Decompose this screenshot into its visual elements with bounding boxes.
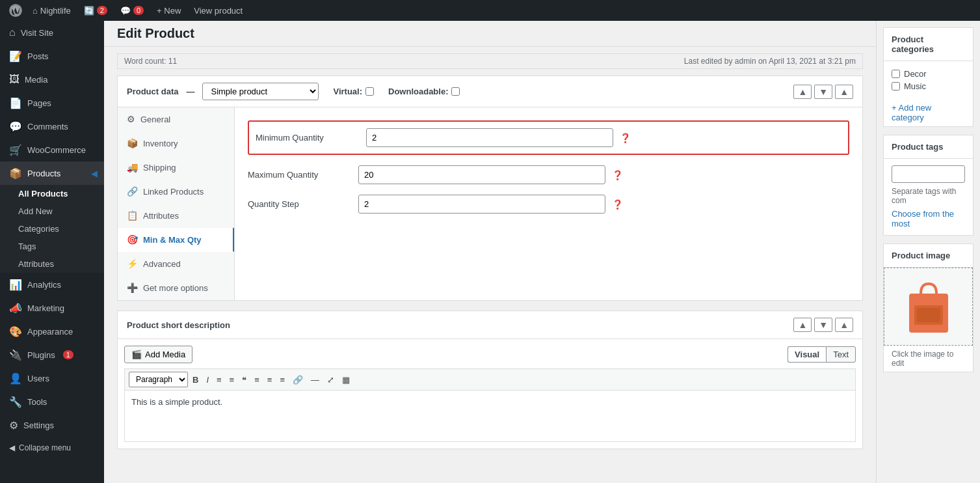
site-name-bar[interactable]: ⌂ Nightlife [26, 0, 77, 21]
sidebar-item-pages[interactable]: 📄 Pages [0, 91, 104, 115]
collapse-icon: ◀ [9, 443, 15, 452]
submenu-attributes[interactable]: Attributes [0, 255, 104, 273]
visual-tab[interactable]: Visual [788, 346, 826, 363]
max-qty-help-icon[interactable]: ❓ [612, 170, 623, 180]
downloadable-label: Downloadable: [388, 87, 448, 96]
collapse-section-btn[interactable]: ▲ [835, 85, 853, 99]
sidebar-item-woocommerce[interactable]: 🛒 WooCommerce [0, 138, 104, 161]
sidebar-item-settings[interactable]: ⚙ Settings [0, 413, 104, 437]
product-categories-body: Decor Music [884, 61, 973, 99]
tab-linked-products[interactable]: 🔗 Linked Products [118, 180, 234, 204]
sidebar-item-appearance[interactable]: 🎨 Appearance [0, 320, 104, 343]
settings-icon: ⚙ [9, 419, 18, 432]
ol-btn[interactable]: ≡ [226, 373, 238, 387]
collapse-menu-btn[interactable]: ◀ Collapse menu [0, 437, 104, 459]
max-qty-row: Maximum Quantity ❓ [248, 165, 849, 184]
sidebar-item-media[interactable]: 🖼 Media [0, 68, 104, 91]
text-tab[interactable]: Text [826, 346, 856, 363]
tab-general[interactable]: ⚙ General [118, 107, 234, 131]
table-btn[interactable]: ▦ [339, 373, 353, 387]
page-title: Edit Product [117, 26, 194, 41]
hr-btn[interactable]: — [308, 373, 323, 387]
link-btn[interactable]: 🔗 [289, 373, 306, 387]
add-media-button[interactable]: 🎬 Add Media [124, 346, 192, 363]
virtual-label: Virtual: [333, 87, 362, 96]
sidebar-item-products[interactable]: 📦 Products ◀ [0, 161, 104, 185]
italic-btn[interactable]: I [203, 373, 212, 387]
product-image-placeholder[interactable] [884, 268, 973, 346]
visual-label: Visual [795, 350, 819, 359]
expand-up-btn[interactable]: ▲ [793, 85, 812, 99]
sidebar-item-marketing[interactable]: 📣 Marketing [0, 296, 104, 320]
tab-advanced[interactable]: ⚡ Advanced [118, 252, 234, 276]
admin-bar: ⌂ Nightlife 🔄 2 💬 0 + New View product [0, 0, 980, 21]
fullscreen-btn[interactable]: ⤢ [324, 373, 338, 387]
qty-step-label: Quantity Step [248, 199, 352, 209]
tab-get-more[interactable]: ➕ Get more options [118, 276, 234, 300]
submenu-add-new[interactable]: Add New [0, 202, 104, 220]
tab-shipping[interactable]: 🚚 Shipping [118, 156, 234, 180]
category-music-checkbox[interactable] [892, 82, 900, 90]
product-image-hint: Click the image to edit [884, 346, 973, 372]
bold-btn[interactable]: B [189, 373, 202, 387]
min-qty-help-icon[interactable]: ❓ [620, 133, 631, 143]
wp-logo[interactable] [5, 0, 26, 21]
blockquote-btn[interactable]: ❝ [239, 373, 250, 387]
max-qty-input[interactable] [358, 165, 605, 184]
view-product-label: View product [194, 6, 243, 16]
ul-btn[interactable]: ≡ [213, 373, 225, 387]
downloadable-checkbox-group: Downloadable: [388, 87, 460, 96]
updates-bar[interactable]: 🔄 2 [77, 0, 114, 21]
format-select[interactable]: Paragraph [129, 372, 188, 387]
category-decor-checkbox[interactable] [892, 70, 900, 78]
sidebar-item-users[interactable]: 👤 Users [0, 366, 104, 390]
tab-minmax[interactable]: 🎯 Min & Max Qty [118, 228, 234, 252]
downloadable-checkbox[interactable] [451, 87, 460, 96]
house-icon: ⌂ [33, 6, 38, 16]
submenu-categories[interactable]: Categories [0, 220, 104, 238]
submenu-tags[interactable]: Tags [0, 238, 104, 255]
tab-attributes[interactable]: 📋 Attributes [118, 204, 234, 228]
appearance-icon: 🎨 [9, 325, 22, 338]
product-tags-title: Product tags [884, 135, 973, 159]
sidebar-item-tools[interactable]: 🔧 Tools [0, 390, 104, 413]
virtual-checkbox[interactable] [365, 87, 374, 96]
sidebar-item-posts[interactable]: 📝 Posts [0, 44, 104, 68]
section-controls: ▲ ▼ ▲ [793, 85, 853, 99]
short-desc-expand-up[interactable]: ▲ [793, 318, 812, 332]
sidebar-item-visit-site[interactable]: ⌂ Visit Site [0, 21, 104, 44]
comments-icon: 💬 [120, 6, 131, 16]
qty-step-input[interactable] [358, 195, 605, 214]
min-qty-input[interactable] [366, 128, 613, 147]
comments-bar[interactable]: 💬 0 [114, 0, 150, 21]
posts-icon: 📝 [9, 50, 22, 62]
short-desc-expand-down[interactable]: ▼ [814, 318, 832, 332]
new-content-bar[interactable]: + New [150, 0, 187, 21]
tags-hint: Separate tags with com [892, 187, 965, 205]
align-left-btn[interactable]: ≡ [251, 373, 263, 387]
sidebar-item-comments[interactable]: 💬 Comments [0, 115, 104, 138]
qty-step-help-icon[interactable]: ❓ [612, 199, 623, 210]
align-right-btn[interactable]: ≡ [276, 373, 288, 387]
editor-content[interactable]: This is a simple product. [124, 390, 856, 442]
sidebar-item-label: Plugins [27, 350, 55, 360]
expand-down-btn[interactable]: ▼ [814, 85, 832, 99]
products-arrow: ◀ [91, 169, 98, 178]
advanced-icon: ⚡ [127, 258, 138, 269]
main-content: Edit Product Word count: 11 Last edited … [104, 21, 980, 483]
product-tags-input[interactable] [892, 165, 965, 183]
product-type-select[interactable]: Simple product Grouped product External/… [202, 83, 319, 100]
align-center-btn[interactable]: ≡ [264, 373, 276, 387]
choose-from-most-link[interactable]: Choose from the most [892, 209, 954, 228]
add-new-category-link[interactable]: + Add new category [884, 99, 973, 126]
sidebar-item-analytics[interactable]: 📊 Analytics [0, 273, 104, 296]
submenu-all-products[interactable]: All Products [0, 185, 104, 202]
users-icon: 👤 [9, 372, 22, 385]
view-product-bar[interactable]: View product [187, 0, 249, 21]
add-media-icon: 🎬 [131, 350, 142, 359]
category-decor-label: Decor [904, 69, 927, 79]
sidebar-item-plugins[interactable]: 🔌 Plugins 1 [0, 343, 104, 366]
editor-toolbar: Paragraph B I ≡ ≡ ❝ ≡ ≡ ≡ 🔗 — [124, 368, 856, 390]
tab-inventory[interactable]: 📦 Inventory [118, 131, 234, 156]
short-desc-collapse[interactable]: ▲ [835, 318, 853, 332]
